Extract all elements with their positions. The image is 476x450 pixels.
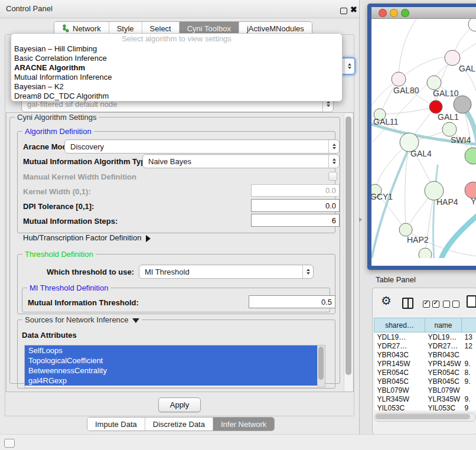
combo-stepper-icon	[344, 58, 354, 74]
close-traffic-light-icon[interactable]	[379, 9, 387, 17]
node-table: shared… name A YDL19…YDL19…13YDR27…YDR27…	[374, 318, 476, 410]
tab-discretize-data[interactable]: Discretize Data	[145, 418, 213, 431]
manual-kernel-label: Manual Kernel Width Definition	[23, 172, 136, 181]
float-window-icon[interactable]	[340, 8, 347, 14]
gear-icon[interactable]: ⚙	[381, 294, 392, 308]
list-item[interactable]: gal4RGexp	[25, 376, 325, 386]
mi-type-combo[interactable]: Naive Bayes	[142, 154, 340, 168]
kernel-width-field[interactable]: 0.0	[251, 184, 340, 197]
svg-text:GAL4: GAL4	[410, 149, 432, 158]
bottom-tab-bar: Impute Data Discretize Data Infer Networ…	[87, 417, 275, 431]
select-all-checkboxes-icon[interactable]	[423, 301, 439, 308]
table-row[interactable]: YLR345WYLR345W9.	[374, 394, 476, 403]
group-title: Algorithm Definition	[22, 127, 94, 136]
table-row[interactable]: YIL053CYIL053C9	[374, 403, 476, 410]
table-panel-title: Table Panel	[376, 275, 416, 284]
svg-text:GAL1: GAL1	[438, 112, 459, 122]
svg-text:SWI4: SWI4	[451, 135, 471, 145]
group-title: MI Threshold Definition	[27, 283, 110, 292]
control-panel: Control Panel ✖ Network Style Select Cyn…	[0, 0, 360, 435]
data-attributes-list[interactable]: SelfLoops TopologicalCoefficient Between…	[24, 345, 325, 387]
column-header[interactable]: A	[462, 318, 476, 332]
cyni-settings-scrollpane: Cyni Algorithm Settings Algorithm Defini…	[6, 112, 354, 392]
network-window-titlebar[interactable]	[371, 7, 476, 19]
new-document-icon[interactable]	[467, 295, 476, 308]
mini-window-icon[interactable]	[4, 439, 15, 448]
manual-kernel-checkbox[interactable]	[328, 172, 337, 181]
dropdown-item[interactable]: Mutual Information Inference	[11, 73, 342, 82]
collapse-down-icon	[132, 318, 139, 323]
tab-impute-data[interactable]: Impute Data	[87, 418, 145, 431]
algorithm-dropdown-list: Select algorithm to view settings Bayesi…	[11, 33, 343, 102]
control-panel-title: Control Panel	[6, 4, 53, 13]
list-item[interactable]: SelfLoops	[25, 345, 325, 356]
status-strip	[0, 434, 476, 450]
dropdown-item[interactable]: Bayesian – Hill Climbing	[11, 44, 342, 54]
mi-threshold-label: Mutual Information Threshold:	[28, 298, 139, 307]
network-graph: GAL80GAL10GALGAL1GAL11SWI4GAL4GCY1HAP4YH…	[371, 19, 476, 258]
svg-text:GAL10: GAL10	[433, 89, 459, 98]
mi-type-label: Mutual Information Algorithm Type:	[23, 157, 152, 166]
which-threshold-label: Which threshold to use:	[47, 268, 134, 276]
svg-text:HAP2: HAP2	[407, 235, 429, 244]
mi-steps-label: Mutual Information Steps:	[23, 217, 118, 226]
network-canvas[interactable]: GAL80GAL10GALGAL1GAL11SWI4GAL4GCY1HAP4YH…	[371, 19, 476, 258]
table-row[interactable]: YBR045CYBR045C9.	[374, 377, 476, 386]
dropdown-placeholder: Select algorithm to view settings	[11, 34, 342, 44]
expand-right-icon	[146, 235, 151, 242]
data-attributes-label: Data Attributes	[22, 331, 77, 340]
table-row[interactable]: YER054CYER054C8.	[374, 368, 476, 377]
table-row[interactable]: YDR27…YDR27…12	[374, 341, 476, 350]
list-scrollbar[interactable]	[317, 345, 325, 387]
settings-scrollbar[interactable]	[344, 113, 353, 391]
svg-text:GAL11: GAL11	[373, 117, 399, 126]
table-row[interactable]: YBR043CYBR043C	[374, 350, 476, 359]
column-header[interactable]: shared…	[374, 318, 425, 332]
aracne-mode-combo[interactable]: Discovery	[64, 139, 340, 154]
attribute-table-body: YDL19…YDL19…13YDR27…YDR27…12YBR043CYBR04…	[374, 332, 476, 411]
group-title: Cyni Algorithm Settings	[15, 113, 99, 122]
close-icon[interactable]: ✖	[350, 5, 357, 14]
mi-threshold-field[interactable]: 0.5	[249, 295, 335, 308]
table-row[interactable]: YPR145WYPR145W9.	[374, 359, 476, 368]
columns-icon[interactable]	[402, 298, 413, 309]
combo-stepper-icon	[328, 140, 339, 153]
control-panel-titlebar: Control Panel ✖	[0, 0, 359, 18]
svg-text:Y: Y	[471, 197, 476, 206]
group-title: Threshold Definition	[22, 250, 96, 259]
table-panel: ⚙ shared… name A YDL19…YDL19…13YDR27…YDR…	[372, 288, 476, 435]
combo-stepper-icon	[328, 155, 339, 168]
svg-text:HAP4: HAP4	[436, 197, 458, 207]
svg-text:GAL: GAL	[459, 64, 475, 73]
table-row[interactable]: YDL19…YDL19…13	[374, 332, 476, 342]
dropdown-item[interactable]: Basic Correlation Inference	[11, 54, 342, 63]
dpi-tolerance-field[interactable]: 0.0	[251, 199, 340, 212]
mi-steps-field[interactable]: 6	[251, 214, 340, 227]
svg-text:GAL80: GAL80	[393, 86, 419, 95]
hub-definition-toggle[interactable]: Hub/Transcription Factor Definition	[23, 233, 151, 242]
network-icon	[62, 24, 70, 32]
dropdown-item[interactable]: Bayesian – K2	[11, 82, 342, 92]
kernel-width-label: Kernel Width (0,1):	[23, 187, 91, 196]
dpi-tolerance-label: DPI Tolerance [0,1]:	[23, 202, 94, 211]
dropdown-item-selected[interactable]: ARACNE Algorithm	[11, 63, 342, 73]
combo-stepper-icon	[302, 265, 313, 278]
svg-text:GCY1: GCY1	[371, 192, 393, 201]
tab-infer-network[interactable]: Infer Network	[213, 418, 274, 431]
network-view-window: GAL80GAL10GALGAL1GAL11SWI4GAL4GCY1HAP4YH…	[367, 4, 476, 270]
list-item[interactable]: TopologicalCoefficient	[25, 356, 325, 366]
apply-button[interactable]: Apply	[158, 397, 201, 412]
minimize-traffic-light-icon[interactable]	[390, 9, 398, 17]
deselect-all-checkboxes-icon[interactable]	[443, 301, 459, 308]
tab-network-label: Network	[73, 24, 101, 33]
table-horizontal-scrollbar[interactable]	[374, 413, 476, 422]
list-item[interactable]: BetweennessCentrality	[25, 366, 325, 376]
sources-title-toggle[interactable]: Sources for Network Inference	[22, 315, 142, 324]
column-header[interactable]: name	[425, 318, 462, 332]
which-threshold-combo[interactable]: MI Threshold	[139, 265, 314, 279]
zoom-traffic-light-icon[interactable]	[401, 9, 409, 17]
splitter-handle-icon[interactable]	[359, 217, 362, 222]
dropdown-item[interactable]: Dream8 DC_TDC Algorithm	[11, 92, 342, 101]
table-row[interactable]: YBL079WYBL079W	[374, 386, 476, 394]
